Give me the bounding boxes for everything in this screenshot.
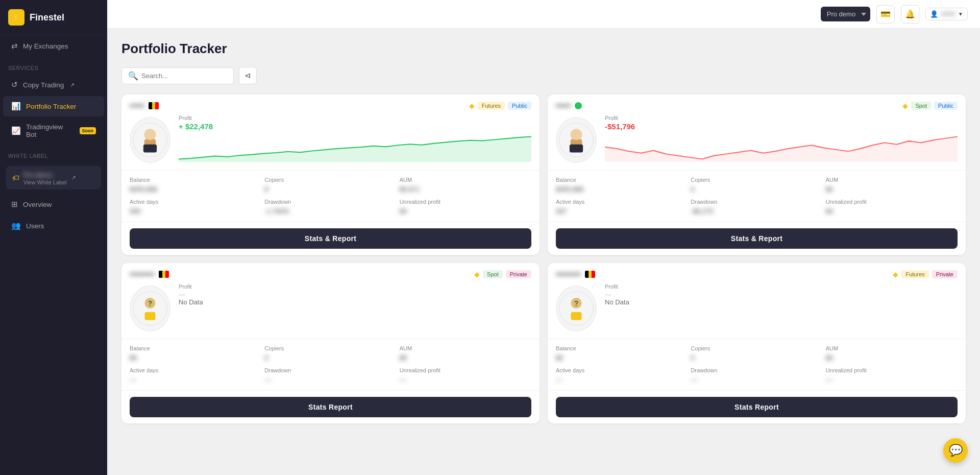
binance-icon: ◆ [893, 270, 898, 278]
active-days-value: — [130, 376, 136, 384]
sidebar-item-my-exchanges[interactable]: ⇄ My Exchanges [3, 36, 104, 56]
card-header-left: •••••• [130, 102, 159, 110]
card-header-right: ◆ Spot Private [474, 270, 531, 278]
type-tag: Spot [483, 270, 503, 278]
active-days-label: Active days [556, 367, 688, 373]
sidebar-item-tradingview-bot[interactable]: 📈 Tradingview Bot Soon [3, 117, 104, 144]
stat-copiers: Copiers 0 [264, 345, 396, 362]
plan-selector[interactable]: Pro demo Basic Premium [821, 7, 870, 21]
card-footer: Stats & Report [548, 222, 966, 255]
card-name: •••••• [130, 102, 144, 110]
copy-trading-icon: ↺ [11, 80, 18, 89]
sidebar-label-overview: Overview [23, 201, 52, 208]
filter-button[interactable]: ⊲ [239, 67, 257, 84]
exchanges-icon: ⇄ [11, 41, 18, 51]
topbar: Pro demo Basic Premium 💳 🔔 👤 •••••• ▼ [107, 0, 980, 29]
balance-label: Balance [130, 345, 261, 351]
balance-value: $0 [130, 354, 137, 362]
app-name: Finestel [30, 12, 64, 23]
sidebar-item-copy-trading[interactable]: ↺ Copy Trading ↗ [3, 75, 104, 95]
copiers-value: 0 [691, 354, 694, 362]
type-tag: Futures [901, 270, 928, 278]
card-body: Profit + $22,478 [121, 115, 540, 170]
aum-label: AUM [826, 177, 958, 183]
card-stats: Balance $455,888 Copiers 8 AUM $5,671 Ac… [121, 170, 540, 222]
white-label-box[interactable]: 🏷 Pro demo View White Label ↗ [6, 166, 101, 189]
sidebar-label-portfolio: Portfolio Tracker [26, 103, 76, 110]
sidebar-item-portfolio-tracker[interactable]: 📊 Portfolio Tracker [3, 96, 104, 116]
flag-circle-icon [575, 102, 582, 109]
active-days-label: Active days [130, 367, 261, 373]
sidebar-item-users[interactable]: 👥 Users [3, 216, 104, 236]
search-box[interactable]: 🔍 [121, 67, 234, 84]
card-header: •••••••••• ◆ Futures Private [548, 263, 966, 283]
notification-button[interactable]: 🔔 [901, 5, 919, 23]
balance-label: Balance [556, 345, 688, 351]
profit-label: Profit [179, 283, 531, 290]
card-header-right: ◆ Spot Public [902, 102, 958, 110]
unrealized-label: Unrealized profit [400, 199, 531, 205]
app-logo[interactable]: ⚡ Finestel [0, 0, 107, 35]
visibility-tag: Private [932, 270, 958, 278]
drawdown-value: — [691, 376, 697, 384]
user-name: •••••• [941, 10, 955, 18]
sidebar-label-tvbot: Tradingview Bot [26, 123, 72, 138]
card-header-left: •••••••••• [556, 270, 595, 278]
flag-icon [159, 271, 169, 278]
user-menu-button[interactable]: 👤 •••••• ▼ [925, 8, 968, 20]
unrealized-label: Unrealized profit [826, 199, 958, 205]
stat-drawdown: Drawdown — [264, 367, 396, 384]
profit-label: Profit [605, 115, 958, 121]
avatar-wrap [556, 117, 597, 163]
stats-report-button[interactable]: Stats Report [556, 397, 958, 417]
avatar-placeholder: ? [132, 291, 168, 326]
stat-active-days: Active days — [130, 367, 261, 384]
flag-icon [585, 271, 595, 278]
svg-text:?: ? [574, 299, 579, 307]
drawdown-value: -$6,275 [691, 207, 713, 215]
unrealized-value: — [400, 376, 406, 384]
avatar-image [558, 122, 594, 158]
search-input[interactable] [141, 72, 227, 80]
copiers-value: 8 [264, 185, 268, 193]
stat-balance: Balance $455,888 [130, 177, 261, 194]
services-section-label: Services [0, 57, 107, 74]
copiers-label: Copiers [264, 345, 396, 351]
sidebar-item-overview[interactable]: ⊞ Overview [3, 194, 104, 215]
balance-label: Balance [130, 177, 261, 183]
svg-text:?: ? [148, 299, 153, 307]
stat-active-days: Active days 565 [130, 199, 261, 216]
logo-icon: ⚡ [8, 9, 24, 26]
binance-icon: ◆ [902, 102, 908, 110]
copiers-value: 0 [264, 354, 268, 362]
stat-aum: AUM $0 [826, 345, 958, 362]
stat-balance: Balance $455,888 [556, 177, 688, 194]
stats-report-button[interactable]: Stats & Report [130, 228, 531, 249]
search-icon: 🔍 [128, 71, 138, 81]
stat-unrealized: Unrealized profit $4 [826, 199, 958, 216]
card-footer: Stats Report [548, 390, 966, 423]
card-body: Profit -$51,796 [548, 115, 966, 170]
soon-badge: Soon [80, 127, 96, 134]
stats-report-button[interactable]: Stats & Report [556, 228, 958, 249]
card-footer: Stats Report [121, 390, 540, 423]
page-content: Portfolio Tracker 🔍 ⊲ •••••• ◆ Futures [107, 29, 980, 475]
card-name: •••••••••• [556, 270, 581, 278]
white-label-section: 🏷 Pro demo View White Label ↗ [0, 162, 107, 194]
aum-label: AUM [400, 345, 531, 351]
copiers-label: Copiers [264, 177, 396, 183]
portfolio-icon: 📊 [11, 102, 21, 111]
tv-bot-icon: 📈 [11, 126, 21, 135]
card-header: •••••• ◆ Futures Public [121, 94, 540, 115]
card-stats: Balance $0 Copiers 0 AUM $0 Active days … [548, 339, 966, 390]
copiers-label: Copiers [691, 345, 822, 351]
tracker-card: •••••• ◆ Futures Public Profit [121, 94, 540, 255]
binance-icon: ◆ [469, 102, 475, 110]
stats-report-button[interactable]: Stats Report [130, 397, 531, 417]
wallet-button[interactable]: 💳 [876, 5, 895, 23]
chat-bubble-button[interactable]: 💬 [943, 438, 968, 463]
chart-area: Profit -$51,796 [605, 115, 958, 163]
external-link-icon: ↗ [70, 82, 75, 88]
card-body: ? Profit — No Data [548, 283, 966, 339]
stat-drawdown: Drawdown -1,750% [264, 199, 396, 216]
